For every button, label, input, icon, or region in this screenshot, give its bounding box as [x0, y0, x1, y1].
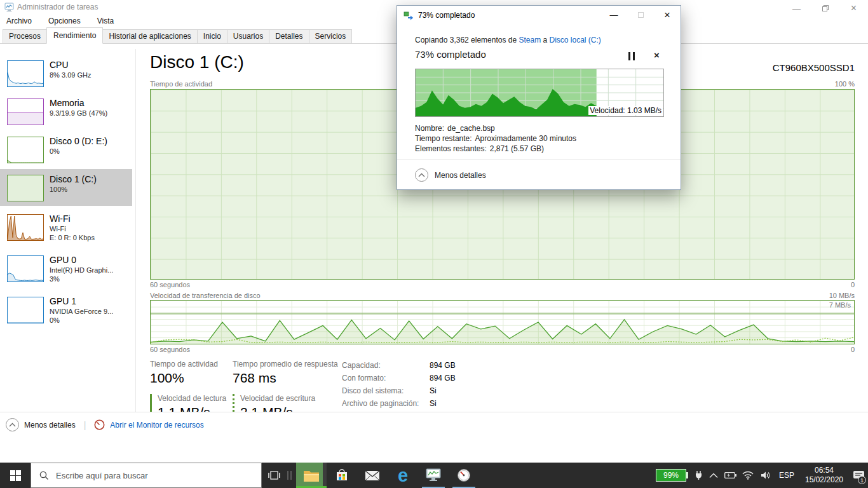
- minimize-button[interactable]: —: [782, 0, 811, 17]
- sidebar-item-disco1[interactable]: Disco 1 (C:)100%: [0, 169, 132, 206]
- performance-sidebar: CPU8% 3.09 GHz Memoria9.3/19.9 GB (47%) …: [0, 44, 141, 412]
- tray-overflow-chevron[interactable]: [707, 463, 721, 488]
- tab-historial[interactable]: Historial de aplicaciones: [102, 29, 197, 43]
- search-icon: [39, 471, 49, 480]
- power-plug-tray-icon[interactable]: [691, 463, 705, 488]
- copy-middle: a: [541, 36, 549, 44]
- time-remaining-value: Aproximadamente 30 minutos: [475, 134, 576, 143]
- transfer-ref-label: 7 MB/s: [829, 301, 851, 309]
- volume-tray-icon[interactable]: [757, 463, 774, 488]
- chevron-up-icon: [418, 173, 425, 177]
- sidebar-item-gpu0[interactable]: GPU 0Intel(R) HD Graphi...3%: [0, 250, 132, 289]
- mail-button[interactable]: [357, 463, 388, 488]
- copy-dest-link[interactable]: Disco local (C:): [549, 36, 600, 44]
- menu-vista[interactable]: Vista: [97, 17, 114, 25]
- dialog-less-details-label[interactable]: Menos detalles: [435, 171, 486, 180]
- progress-graph: Velocidad: 1.03 MB/s: [415, 69, 664, 117]
- taskbar: e 99% ESP 06:54 15/02/2020 1: [0, 463, 868, 488]
- edge-icon: e: [398, 466, 408, 485]
- task-manager-taskbar-button[interactable]: [418, 463, 449, 488]
- notification-center-button[interactable]: 1: [849, 463, 868, 488]
- transfer-chart: 7 MB/s: [150, 300, 855, 344]
- battery-tray-icon[interactable]: [722, 463, 738, 488]
- disco0-sparkline: [8, 137, 43, 163]
- menu-opciones[interactable]: Opciones: [48, 17, 81, 25]
- tab-rendimiento[interactable]: Rendimiento: [46, 27, 103, 44]
- uptime-value: 100%: [150, 370, 226, 386]
- date: 15/02/2020: [799, 475, 849, 485]
- task-manager-app-icon: [426, 468, 441, 482]
- chevron-up-icon: [9, 423, 16, 427]
- gpu0-sparkline: [8, 256, 43, 281]
- tab-servicios[interactable]: Servicios: [309, 29, 353, 43]
- dialog-less-details-button[interactable]: [415, 168, 428, 182]
- copy-prefix: Copiando 3,362 elementos de: [415, 36, 519, 44]
- read-speed-label: Velocidad de lectura: [158, 394, 226, 403]
- menu-archivo[interactable]: Archivo: [6, 17, 32, 25]
- start-button[interactable]: [0, 463, 31, 488]
- dialog-title: 73% completado: [418, 11, 475, 20]
- less-details-button[interactable]: [6, 418, 19, 431]
- cancel-button[interactable]: ×: [654, 50, 660, 60]
- system-disk-value: Si: [430, 386, 437, 395]
- pause-button[interactable]: [624, 52, 639, 62]
- gpu0-title: GPU 0: [50, 254, 113, 266]
- restore-button[interactable]: [811, 0, 839, 17]
- battery-status-badge[interactable]: 99%: [656, 469, 686, 482]
- microsoft-store-button[interactable]: [327, 463, 357, 488]
- close-button[interactable]: ×: [839, 0, 868, 17]
- search-input[interactable]: [56, 471, 234, 480]
- wifi-sub2: E: 0 R: 0 Kbps: [50, 233, 95, 242]
- sidebar-scrollbar[interactable]: [135, 49, 136, 412]
- sidebar-item-disco0[interactable]: Disco 0 (D: E:)0%: [0, 131, 132, 168]
- progress-heading: 73% completado: [415, 49, 486, 60]
- edge-button[interactable]: e: [388, 463, 418, 488]
- dialog-close-button[interactable]: ×: [654, 6, 681, 24]
- speedometer-app-button[interactable]: [449, 463, 479, 488]
- notification-badge: 1: [858, 476, 866, 484]
- disco1-sparkline: [8, 175, 43, 201]
- formatted-value: 894 GB: [430, 374, 456, 383]
- transfer-x-right: 0: [851, 346, 855, 353]
- taskbar-search[interactable]: [31, 463, 262, 488]
- gpu1-sub: NVIDIA GeForce 9...: [50, 307, 113, 316]
- memoria-title: Memoria: [50, 97, 107, 109]
- resource-monitor-icon: [94, 419, 105, 430]
- disco1-sub: 100%: [50, 185, 97, 194]
- write-speed-label: Velocidad de escritura: [240, 394, 338, 403]
- sidebar-item-wifi[interactable]: Wi-FiWi-FiE: 0 R: 0 Kbps: [0, 208, 132, 248]
- time-remaining-label: Tiempo restante:: [415, 134, 472, 143]
- dialog-title-bar: 73% completado — ×: [397, 6, 681, 25]
- less-details-label[interactable]: Menos detalles: [24, 421, 76, 430]
- tab-usuarios[interactable]: Usuarios: [227, 29, 269, 43]
- sidebar-item-cpu[interactable]: CPU8% 3.09 GHz: [0, 55, 132, 92]
- time: 06:54: [799, 466, 849, 475]
- copy-source-link[interactable]: Steam: [519, 36, 541, 44]
- copy-progress-dialog: 73% completado — × Copiando 3,362 elemen…: [397, 5, 681, 190]
- clock[interactable]: 06:54 15/02/2020: [799, 463, 849, 488]
- task-manager-icon: [4, 3, 14, 14]
- wifi-tray-icon[interactable]: [740, 463, 756, 488]
- items-remaining-value: 2,871 (5.57 GB): [490, 144, 544, 153]
- dialog-separator: [397, 159, 681, 160]
- capacity-label: Capacidad:: [342, 361, 430, 370]
- sidebar-item-gpu1[interactable]: GPU 1NVIDIA GeForce 9...0%: [0, 291, 132, 330]
- footer-divider: |: [84, 420, 86, 430]
- file-explorer-button[interactable]: [296, 463, 327, 488]
- store-icon: [335, 468, 349, 482]
- memoria-sub: 9.3/19.9 GB (47%): [50, 109, 107, 118]
- uptime-label: Tiempo de actividad: [150, 360, 226, 369]
- task-view-button[interactable]: [262, 463, 286, 488]
- dialog-minimize-button[interactable]: —: [600, 6, 627, 24]
- tab-procesos[interactable]: Procesos: [3, 29, 47, 43]
- footer-bar: Menos detalles | Abrir el Monitor de rec…: [0, 412, 868, 437]
- mail-icon: [365, 470, 380, 481]
- sidebar-item-memoria[interactable]: Memoria9.3/19.9 GB (47%): [0, 93, 132, 130]
- disco1-title: Disco 1 (C:): [50, 173, 97, 185]
- system-disk-label: Disco del sistema:: [342, 386, 430, 395]
- activity-x-right: 0: [851, 281, 855, 288]
- tab-detalles[interactable]: Detalles: [269, 29, 309, 43]
- tab-inicio[interactable]: Inicio: [197, 29, 227, 43]
- language-indicator[interactable]: ESP: [775, 463, 798, 488]
- open-resource-monitor-link[interactable]: Abrir el Monitor de recursos: [110, 421, 203, 430]
